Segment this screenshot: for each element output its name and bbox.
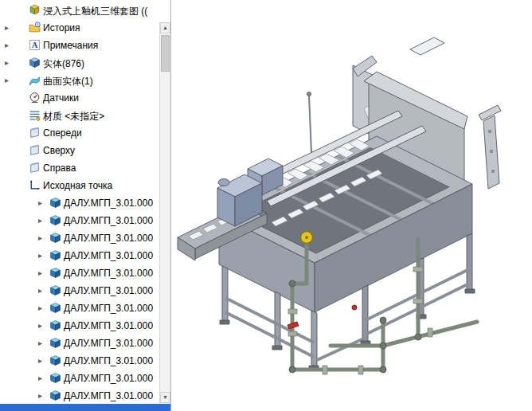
tree-item-label: ДАЛУ.МГП_3.01.000 <box>64 338 153 349</box>
tree-item-label: ДАЛУ.МГП_3.01.000 <box>64 303 153 314</box>
tree-item-label: ДАЛУ.МГП_3.01.000 <box>64 215 153 226</box>
tree-item-label: Датчики <box>43 92 79 104</box>
tree-item-sensors[interactable]: Датчики <box>0 89 159 107</box>
part-icon <box>49 389 61 401</box>
tree-item-label: Примечания <box>43 40 98 51</box>
tree-item-plane-right[interactable]: Справа <box>0 159 159 177</box>
origin-icon <box>29 179 41 191</box>
expand-arrow-icon[interactable]: ▸ <box>38 233 42 244</box>
tree-item-component[interactable]: ▸ДАЛУ.МГП_3.01.000 <box>0 299 159 317</box>
expand-arrow-icon[interactable]: ▸ <box>38 338 42 349</box>
tree-item-label: ДАЛУ.МГП_3.01.000 <box>64 320 153 331</box>
expand-arrow-icon[interactable]: ▸ <box>38 373 42 384</box>
tree-item-surface-bodies[interactable]: ▸曲面实体(1) <box>0 72 159 89</box>
scroll-down-icon: ▼ <box>162 394 168 400</box>
tree-item-component[interactable]: ▸ДАЛУ.МГП_3.01.000 <box>0 387 159 405</box>
part-icon <box>49 337 61 349</box>
scrollbar-thumb[interactable] <box>161 35 170 72</box>
part-icon <box>49 372 61 384</box>
tree-item-label: 实体(876) <box>43 57 84 71</box>
tree-item-component[interactable]: ▸ДАЛУ.МГП_3.01.000 <box>0 229 159 247</box>
tree-item-plane-top[interactable]: Сверху <box>0 142 159 159</box>
tree-item-component[interactable]: ▸ДАЛУ.МГП_3.01.000 <box>0 194 159 212</box>
tree-item-origin[interactable]: Исходная точка <box>0 177 159 194</box>
solid-bodies-icon <box>29 57 41 68</box>
material-icon <box>29 109 41 121</box>
tree-item-component[interactable]: ▸ДАЛУ.МГП_3.01.000 <box>0 370 159 387</box>
plane-icon <box>29 162 41 174</box>
expand-arrow-icon[interactable]: ▸ <box>38 320 42 331</box>
part-icon <box>49 284 61 296</box>
expand-arrow-icon[interactable]: ▸ <box>5 57 9 68</box>
tree-item-annotations[interactable]: ▸AПримечания <box>0 37 159 54</box>
tree-scrollbar[interactable]: ▲ ▼ <box>159 22 170 403</box>
history-icon <box>29 22 41 33</box>
plane-icon <box>29 127 41 139</box>
tree-item-label: Справа <box>43 162 76 174</box>
tree-item-component[interactable]: ▸ДАЛУ.МГП_3.01.000 <box>0 212 159 229</box>
expand-arrow-icon[interactable]: ▸ <box>38 390 42 401</box>
tree-item-label: ДАЛУ.МГП_3.01.000 <box>64 198 153 209</box>
part-icon <box>49 214 61 226</box>
plane-icon <box>29 144 41 156</box>
expand-arrow-icon[interactable]: ▸ <box>38 215 42 226</box>
annotations-icon: A <box>29 39 41 51</box>
tree-item-component[interactable]: ▸ДАЛУ.МГП_3.01.000 <box>0 317 159 335</box>
tree-item-material[interactable]: 材质 <未指定> <box>0 107 159 124</box>
scroll-up-icon: ▲ <box>162 25 168 30</box>
tree-item-label: ДАЛУ.МГП_3.01.000 <box>64 233 153 244</box>
part-icon <box>49 319 61 331</box>
tree-item-label: ДАЛУ.МГП_3.01.000 <box>64 250 153 261</box>
svg-text:A: A <box>32 40 38 49</box>
tree-item-label: ДАЛУ.МГП_3.01.000 <box>64 355 153 366</box>
tree-item-label: 浸入式上釉机三维套图 (( <box>43 5 147 18</box>
expand-arrow-icon[interactable]: ▸ <box>38 303 42 314</box>
tree-item-plane-front[interactable]: Спереди <box>0 124 159 142</box>
tree-item-label: 材质 <未指定> <box>43 110 104 123</box>
tree-item-component[interactable]: ▸ДАЛУ.МГП_3.01.000 <box>0 247 159 264</box>
assembly-icon <box>29 4 41 16</box>
tree-item-label: 曲面实体(1) <box>43 75 93 88</box>
part-icon <box>49 267 61 279</box>
solidworks-window: 浸入式上釉机三维套图 ((▸История▸AПримечания▸实体(876… <box>0 0 532 411</box>
graphics-viewport[interactable] <box>171 0 532 411</box>
expand-arrow-icon[interactable]: ▸ <box>38 250 42 261</box>
tree-item-label: Исходная точка <box>43 180 112 191</box>
panel-bottom-strip <box>0 404 170 411</box>
part-icon <box>49 302 61 314</box>
part-icon <box>49 354 61 366</box>
expand-arrow-icon[interactable]: ▸ <box>5 75 9 86</box>
tree-item-label: ДАЛУ.МГП_3.01.000 <box>64 268 153 279</box>
expand-arrow-icon[interactable]: ▸ <box>5 40 9 51</box>
scroll-down-button[interactable]: ▼ <box>160 392 170 403</box>
tree-item-label: Сверху <box>43 145 75 156</box>
expand-arrow-icon[interactable]: ▸ <box>38 285 42 296</box>
sensors-icon <box>29 92 41 104</box>
part-icon <box>49 197 61 209</box>
tree-item-assembly-root[interactable]: 浸入式上釉机三维套图 (( <box>0 2 159 19</box>
tree-item-label: Спереди <box>43 127 82 139</box>
expand-arrow-icon[interactable]: ▸ <box>5 22 9 33</box>
tree-item-solid-bodies[interactable]: ▸实体(876) <box>0 54 159 72</box>
surface-bodies-icon <box>29 74 41 86</box>
tree-item-component[interactable]: ▸ДАЛУ.МГП_3.01.000 <box>0 352 159 370</box>
tree-item-history[interactable]: ▸История <box>0 19 159 37</box>
tree-item-label: ДАЛУ.МГП_3.01.000 <box>64 373 153 384</box>
tree-item-label: История <box>43 22 80 33</box>
tree-item-label: ДАЛУ.МГП_3.01.000 <box>64 390 153 401</box>
tree-item-component[interactable]: ▸ДАЛУ.МГП_3.01.000 <box>0 335 159 352</box>
part-icon <box>49 232 61 244</box>
machine-3d-model <box>171 0 532 411</box>
scroll-up-button[interactable]: ▲ <box>160 22 170 33</box>
tree-item-component[interactable]: ▸ДАЛУ.МГП_3.01.000 <box>0 264 159 282</box>
tree-item-label: ДАЛУ.МГП_3.01.000 <box>64 285 153 296</box>
tree-item-component[interactable]: ▸ДАЛУ.МГП_3.01.000 <box>0 282 159 299</box>
feature-tree: 浸入式上釉机三维套图 ((▸История▸AПримечания▸实体(876… <box>0 2 159 411</box>
expand-arrow-icon[interactable]: ▸ <box>38 355 42 366</box>
feature-manager-panel: 浸入式上釉机三维套图 ((▸История▸AПримечания▸实体(876… <box>0 0 171 411</box>
part-icon <box>49 249 61 261</box>
expand-arrow-icon[interactable]: ▸ <box>38 198 42 209</box>
expand-arrow-icon[interactable]: ▸ <box>38 268 42 279</box>
